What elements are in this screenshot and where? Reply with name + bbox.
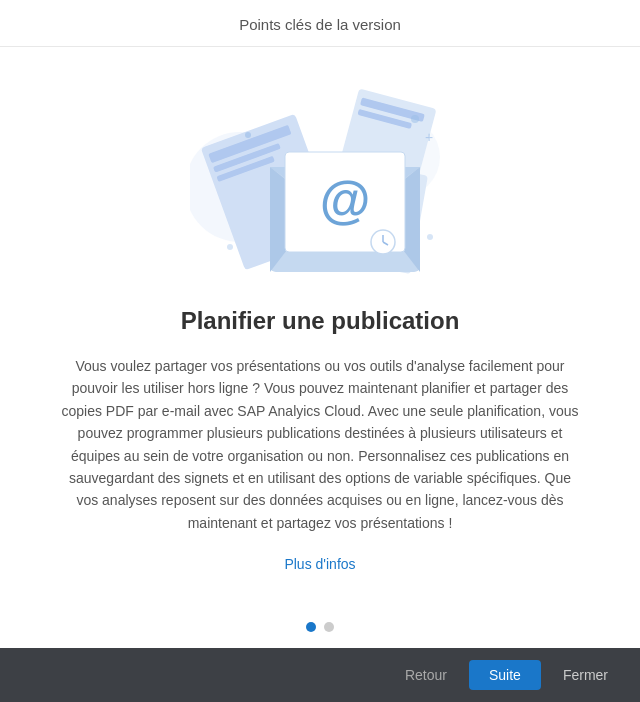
- close-button[interactable]: Fermer: [551, 661, 620, 689]
- description-text: Vous voulez partager vos présentations o…: [60, 355, 580, 534]
- svg-text:@: @: [320, 170, 371, 228]
- pagination-dot-2[interactable]: [324, 622, 334, 632]
- more-info-link[interactable]: Plus d'infos: [284, 556, 355, 572]
- pagination-dot-1[interactable]: [306, 622, 316, 632]
- dialog-header: Points clés de la version: [0, 0, 640, 47]
- dialog: Points clés de la version: [0, 0, 640, 702]
- dialog-body: @ + + Planifier une publication Vou: [0, 47, 640, 606]
- pagination: [0, 606, 640, 648]
- svg-text:+: +: [425, 129, 433, 145]
- page-title: Planifier une publication: [181, 307, 460, 335]
- svg-point-22: [227, 244, 233, 250]
- back-button[interactable]: Retour: [393, 661, 459, 689]
- dialog-footer: Retour Suite Fermer: [0, 648, 640, 702]
- illustration: @ + +: [190, 67, 450, 287]
- svg-point-20: [411, 115, 419, 123]
- svg-point-19: [245, 132, 251, 138]
- next-button[interactable]: Suite: [469, 660, 541, 690]
- svg-point-21: [427, 234, 433, 240]
- dialog-title: Points clés de la version: [239, 16, 401, 33]
